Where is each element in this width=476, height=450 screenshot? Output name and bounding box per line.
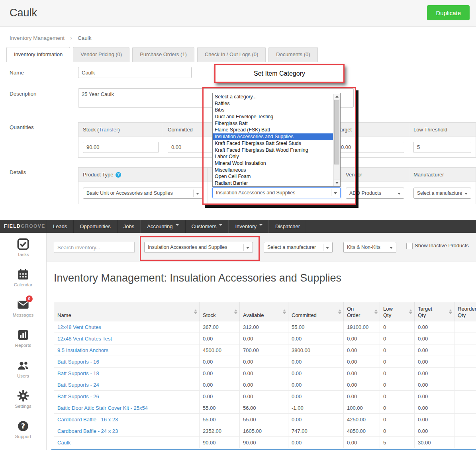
nav-item-opportunities[interactable]: Opportunities	[73, 220, 117, 233]
category-option[interactable]: Fiberglass Batt	[213, 120, 333, 127]
cell-value: 747.00	[288, 425, 344, 437]
product-type-select[interactable]: Basic Unit or Accessories and Supplies	[83, 188, 203, 199]
category-option[interactable]: Bibs	[213, 107, 333, 113]
sidebar-item-tasks[interactable]: Tasks	[0, 238, 46, 268]
duplicate-button[interactable]: Duplicate	[427, 5, 470, 20]
item-link[interactable]: Cardboard Baffle - 16 x 23	[57, 417, 118, 423]
category-option[interactable]: Select a category...	[213, 94, 333, 100]
sidebar-item-settings[interactable]: Settings	[0, 389, 46, 420]
transfer-link[interactable]: Transfer	[99, 127, 118, 133]
nav-item-inventory[interactable]: Inventory	[229, 220, 268, 233]
item-link[interactable]: Battic Door Attic Stair Cover Kit - 25x5…	[57, 405, 148, 411]
scrollbar-thumb[interactable]	[334, 100, 339, 164]
item-link[interactable]: Batt Supports - 24	[57, 382, 99, 388]
sort-icon[interactable]	[409, 309, 412, 314]
vendor-column-header: Vendor	[341, 168, 409, 182]
category-option[interactable]: Flame Spread (FSK) Batt	[213, 127, 333, 133]
sort-icon[interactable]	[194, 309, 197, 314]
item-link[interactable]: 9.5 Insulation Anchors	[57, 347, 108, 353]
column-header-available[interactable]: Available	[240, 302, 288, 321]
column-header-label: Target Qty	[418, 306, 432, 319]
filter-bar: Insulation Accessories and Supplies Sele…	[47, 233, 476, 262]
nav-item-dispatcher[interactable]: Dispatcher	[269, 220, 306, 233]
category-option[interactable]: Kraft Faced Fiberglass Batt Wood Framing	[213, 147, 333, 154]
category-option[interactable]: Labor Only	[213, 153, 333, 160]
item-link[interactable]: 12x48 Vent Chutes Test	[57, 336, 112, 342]
manufacturer-cell: Select a manufacturer...	[409, 182, 476, 204]
table-row: Cardboard Baffle - 24 x 232352.001605.00…	[54, 425, 476, 437]
sort-icon[interactable]	[374, 309, 378, 314]
manufacturer-filter-value: Select a manufacturer	[267, 245, 316, 250]
sidebar-item-messages[interactable]: 0Messages	[0, 298, 46, 329]
quantities-label: Quantities	[10, 124, 34, 130]
listbox-scrollbar[interactable]	[333, 94, 340, 186]
sort-icon[interactable]	[234, 309, 237, 314]
breadcrumb-parent-link[interactable]: Inventory Management	[10, 35, 65, 41]
item-link[interactable]: Batt Supports - 18	[57, 370, 99, 376]
tab-check-in-out-logs-0[interactable]: Check In / Out Logs (0)	[197, 47, 266, 62]
nav-item-customers[interactable]: Customers	[185, 220, 229, 233]
tab-inventory-information[interactable]: Inventory Information	[6, 47, 70, 62]
low-threshold-input[interactable]	[413, 142, 471, 153]
search-input[interactable]	[54, 242, 135, 253]
cell-value: 0	[380, 344, 415, 356]
category-option[interactable]: Miscellaneous	[213, 167, 333, 174]
item-link[interactable]: Batt Supports - 16	[57, 359, 99, 365]
item-link[interactable]: Caulk	[57, 440, 71, 446]
nav-item-leads[interactable]: Leads	[47, 220, 73, 233]
column-header-stock[interactable]: Stock	[200, 302, 240, 321]
vendor-select[interactable]: ADO Products	[346, 188, 404, 199]
column-header-reorder-qty[interactable]: Reorder Qty	[454, 302, 476, 321]
manufacturer-select[interactable]: Select a manufacturer...	[413, 188, 471, 199]
top-nav: LeadsOpportunitiesJobsAccountingCustomer…	[47, 220, 306, 233]
cell-value: 0.00	[240, 391, 288, 402]
cell-value: 55.00	[200, 414, 240, 425]
item-link[interactable]: Batt Supports - 26	[57, 393, 99, 399]
name-input[interactable]	[78, 67, 192, 78]
tab-purchase-orders-1[interactable]: Purchase Orders (1)	[132, 47, 194, 62]
fieldgroove-logo[interactable]: FIELDGROOVE	[0, 220, 47, 233]
sidebar-item-reports[interactable]: Reports	[0, 329, 46, 359]
category-option[interactable]: Mineral Wool Insulation	[213, 160, 333, 167]
category-option[interactable]: Duct and Envelope Testing	[213, 113, 333, 120]
sidebar-item-label: Calendar	[14, 282, 33, 287]
sidebar-item-support[interactable]: ?Support	[0, 420, 46, 450]
column-header-low-qty[interactable]: Low Qty	[380, 302, 415, 321]
stock-input[interactable]	[83, 142, 159, 153]
cell-name: 9.5 Insulation Anchors	[54, 344, 200, 356]
category-option[interactable]: Open Cell Foam	[213, 173, 333, 180]
category-select[interactable]: Insulation Accessories and Supplies	[212, 187, 341, 198]
category-option[interactable]: Radiant Barrier	[213, 180, 333, 187]
nav-item-jobs[interactable]: Jobs	[117, 220, 141, 233]
item-link[interactable]: 12x48 Vent Chutes	[57, 324, 101, 330]
target-input[interactable]	[337, 142, 404, 153]
inventory-table: NameStockAvailableCommittedOn OrderLow Q…	[54, 302, 476, 448]
cell-value: 0.00	[344, 356, 380, 368]
column-header-target-qty[interactable]: Target Qty	[415, 302, 454, 321]
column-header-committed[interactable]: Committed	[288, 302, 344, 321]
scroll-up-icon[interactable]	[334, 94, 340, 100]
sidebar-item-calendar[interactable]: Calendar	[0, 268, 46, 298]
item-link[interactable]: Cardboard Baffle - 24 x 23	[57, 428, 118, 434]
show-inactive-checkbox[interactable]	[406, 243, 413, 249]
tab-vendor-pricing-0[interactable]: Vendor Pricing (0)	[73, 47, 129, 62]
tab-documents-0[interactable]: Documents (0)	[268, 47, 317, 62]
category-option[interactable]: Kraft Faced Fiberglass Batt Steel Studs	[213, 140, 333, 147]
cell-value: 0.00	[415, 425, 454, 437]
sort-icon[interactable]	[338, 309, 341, 314]
column-header-name[interactable]: Name	[54, 302, 200, 321]
cell-name: 12x48 Vent Chutes Test	[54, 333, 200, 344]
category-option[interactable]: Baffles	[213, 100, 333, 107]
nav-item-accounting[interactable]: Accounting	[141, 220, 185, 233]
sort-icon[interactable]	[283, 309, 286, 314]
category-filter-select[interactable]: Insulation Accessories and Supplies	[144, 242, 253, 253]
category-option[interactable]: Insulation Accessories and Supplies	[213, 133, 333, 140]
scroll-down-icon[interactable]	[334, 180, 340, 186]
sort-icon[interactable]	[449, 309, 452, 314]
kits-filter-select[interactable]: Kits & Non-Kits	[343, 242, 396, 253]
manufacturer-filter-select[interactable]: Select a manufacturer	[264, 242, 333, 253]
column-header-on-order[interactable]: On Order	[344, 302, 380, 321]
cell-value: 4500.00	[200, 344, 240, 356]
sidebar-item-users[interactable]: Users	[0, 359, 46, 389]
help-icon[interactable]: ?	[116, 172, 121, 178]
